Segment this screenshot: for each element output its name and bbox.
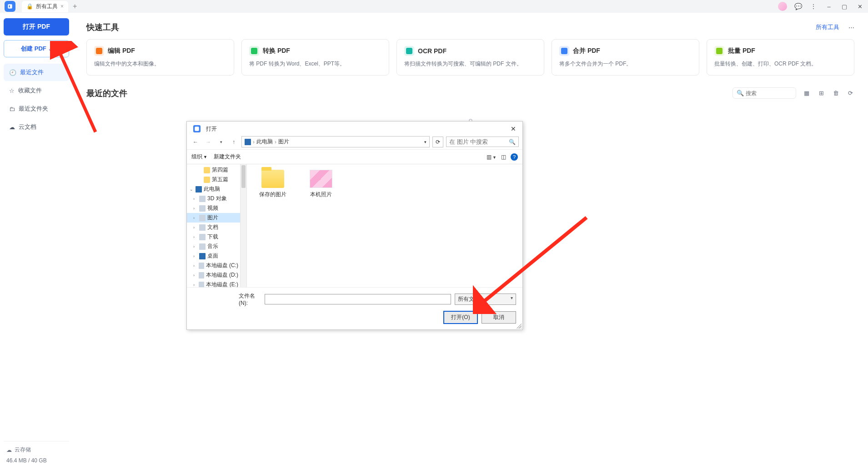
tool-icon [249,46,259,56]
tree-node-icon [199,282,204,288]
organize-menu[interactable]: 组织▼ [191,153,207,161]
app-logo [5,1,15,12]
preview-pane-button[interactable]: ◫ [501,154,506,160]
create-pdf-button[interactable]: 创建 PDF ⌄ [4,40,69,57]
path-segment-root[interactable]: 此电脑 [256,138,273,146]
path-dropdown-icon[interactable]: ▾ [424,140,426,144]
delete-icon[interactable]: 🗑 [832,89,840,97]
tree-caret-icon[interactable]: › [193,254,197,258]
tree-item[interactable]: ›3D 对象 [187,194,240,203]
tool-card-3[interactable]: 合并 PDF将多个文件合并为一个 PDF。 [552,39,699,76]
file-list[interactable]: 保存的图片本机照片 [247,164,522,287]
sidebar-item-cloud-docs[interactable]: ☁ 云文档 [4,118,69,136]
tool-title: 合并 PDF [573,47,600,55]
open-button[interactable]: 打开(O) [443,311,478,324]
window-close[interactable]: ✕ [853,1,867,12]
path-segment-leaf[interactable]: 图片 [278,138,289,146]
filename-input[interactable] [265,294,451,304]
open-pdf-button[interactable]: 打开 PDF [4,18,69,35]
feedback-icon[interactable]: 💬 [791,1,805,12]
window-maximize[interactable]: ▢ [837,1,852,12]
tab-close-button[interactable]: × [60,3,64,10]
tree-caret-icon[interactable]: › [193,263,197,268]
tool-icon [714,46,724,56]
tree-item[interactable]: 第五篇 [187,175,240,184]
tree-item[interactable]: ›音乐 [187,242,240,251]
tool-card-2[interactable]: OCR PDF将扫描文件转换为可搜索、可编辑的 PDF 文件。 [396,39,544,76]
more-icon[interactable]: ⋯ [848,24,854,31]
sidebar-item-label: 收藏文件 [18,86,42,95]
sidebar: 打开 PDF 创建 PDF ⌄ 🕘 最近文件 ☆ 收藏文件 🗀 最近文件夹 ☁ … [0,13,73,471]
tree-item[interactable]: ›本地磁盘 (E:) [187,280,240,287]
nav-back-button[interactable]: ← [191,137,201,147]
tool-card-1[interactable]: 转换 PDF将 PDF 转换为 Word、Excel、PPT等。 [241,39,389,76]
tree-item[interactable]: ›文档 [187,223,240,232]
tab-add-button[interactable]: + [73,2,77,10]
dialog-close-button[interactable]: ✕ [508,124,519,133]
nav-up-button[interactable]: ↑ [229,137,239,147]
scrollbar-thumb[interactable] [241,165,246,188]
file-item[interactable]: 保存的图片 [255,170,291,198]
search-box[interactable]: 🔍 [733,87,796,99]
tree-caret-icon[interactable]: › [193,216,197,220]
tree-item[interactable]: ⌄此电脑 [187,184,240,194]
help-icon[interactable]: ? [511,153,518,161]
tool-icon [404,46,414,56]
dialog-search-input[interactable] [449,138,507,145]
view-mode-button[interactable]: ▥▼ [487,154,497,160]
tree-node-icon [199,272,204,279]
file-type-filter[interactable]: 所有文件 [455,294,516,305]
tab-label: 所有工具 [36,3,58,10]
sidebar-item-label: 云文档 [19,123,36,131]
app-menu-button[interactable]: ⋮ [806,1,821,12]
cloud-storage-link[interactable]: ☁ 云存储 [6,446,66,454]
tree-item[interactable]: ›桌面 [187,251,240,261]
tool-card-4[interactable]: 批量 PDF批量转换、创建、打印、OCR PDF 文档。 [707,39,854,76]
sidebar-item-recent[interactable]: 🕘 最近文件 [4,64,69,81]
tree-item[interactable]: ›本地磁盘 (C:) [187,261,240,270]
tree-item[interactable]: ›视频 [187,203,240,213]
caret-down-icon: ▼ [203,155,207,159]
sidebar-item-recent-folders[interactable]: 🗀 最近文件夹 [4,100,69,117]
nav-recent-dropdown[interactable]: ▾ [216,137,226,147]
tree-caret-icon[interactable]: › [193,244,197,249]
view-grid-large-icon[interactable]: ▦ [803,89,811,97]
all-tools-link[interactable]: 所有工具 [816,23,839,31]
refresh-button[interactable]: ⟳ [432,137,443,147]
folder-tree[interactable]: 第四篇第五篇⌄此电脑›3D 对象›视频›图片›文档›下载›音乐›桌面›本地磁盘 … [187,164,241,287]
refresh-icon[interactable]: ⟳ [846,89,854,97]
tree-item[interactable]: ›下载 [187,232,240,242]
resize-handle[interactable] [516,323,522,329]
tree-caret-icon[interactable]: ⌄ [190,187,194,192]
file-item[interactable]: 本机照片 [303,170,339,198]
tree-item[interactable]: ›图片 [187,213,240,223]
tree-caret-icon[interactable]: › [193,225,197,230]
tree-item[interactable]: 第四篇 [187,165,240,175]
sidebar-item-favorites[interactable]: ☆ 收藏文件 [4,82,69,99]
tool-card-0[interactable]: 编辑 PDF编辑文件中的文本和图像。 [86,39,234,76]
new-folder-button[interactable]: 新建文件夹 [214,153,241,161]
tree-scrollbar[interactable] [241,164,247,287]
nav-forward-button[interactable]: → [203,137,213,147]
dialog-search-box[interactable]: 🔍 [446,137,519,147]
tool-desc: 将多个文件合并为一个 PDF。 [559,60,692,68]
view-grid-small-icon[interactable]: ⊞ [817,89,825,97]
create-pdf-label: 创建 PDF [21,45,46,53]
tool-desc: 将 PDF 转换为 Word、Excel、PPT等。 [249,60,381,68]
tree-node-label: 本地磁盘 (E:) [206,281,238,287]
window-minimize[interactable]: – [822,1,836,12]
svg-rect-6 [716,48,722,54]
tree-caret-icon[interactable]: › [193,235,197,239]
avatar[interactable] [775,1,790,12]
tool-title: 转换 PDF [263,47,290,55]
tree-caret-icon[interactable]: › [193,197,197,201]
tree-caret-icon[interactable]: › [193,206,197,211]
tree-item[interactable]: ›本地磁盘 (D:) [187,270,240,280]
cancel-button[interactable]: 取消 [482,311,516,324]
search-input[interactable] [746,90,792,96]
tree-caret-icon[interactable]: › [193,283,197,287]
address-bar[interactable]: › 此电脑 › 图片 ▾ [241,136,430,147]
tab-all-tools[interactable]: 🔒 所有工具 × [22,1,68,12]
tree-caret-icon[interactable]: › [193,273,197,278]
tool-title: 编辑 PDF [108,47,135,55]
